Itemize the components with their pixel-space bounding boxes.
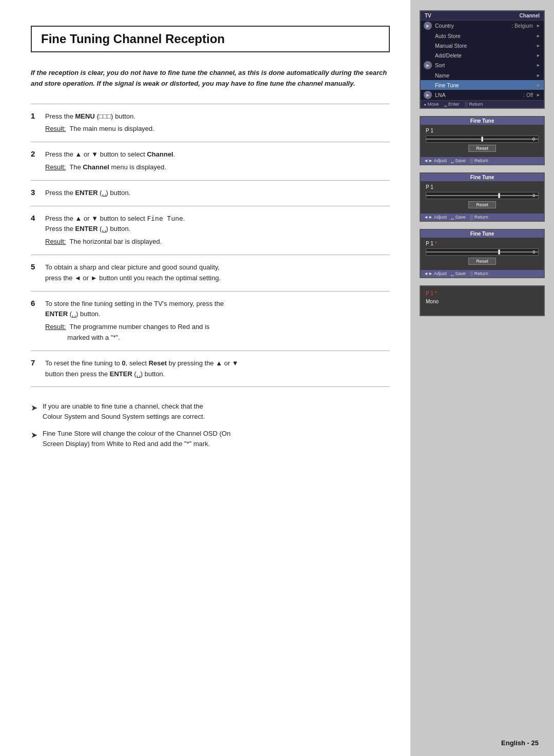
table-row: 7 To reset the fine tuning to 0, select … <box>31 351 390 387</box>
footer-move: ⬥ Move <box>424 102 439 107</box>
fine-tune-channel: P 1 * <box>426 241 539 246</box>
page-footer: English - 25 <box>501 739 539 747</box>
step-content: To reset the fine tuning to 0, select Re… <box>45 351 390 387</box>
footer-save: ␣ Save <box>451 271 466 276</box>
reset-button[interactable]: Reset <box>468 145 496 152</box>
fine-tune-body: P 1 0 Reset <box>421 125 544 157</box>
step-content: To obtain a sharp and clear picture and … <box>45 255 390 291</box>
step-number: 4 <box>31 206 45 255</box>
fine-tune-value: 0 <box>532 137 535 142</box>
step-content: Press the ▲ or ▼ button to select Fine T… <box>45 206 390 255</box>
menu-label: Fine Tune <box>435 82 533 88</box>
menu-icon-sort: ▶ <box>424 61 432 69</box>
fine-tune-value: 3 <box>532 249 535 255</box>
step-number: 3 <box>31 180 45 206</box>
footer-return: ░ Return <box>470 158 488 163</box>
fine-tune-body: P 1 * 3 Reset <box>421 238 544 270</box>
tv-menu-row-adddelete: Add/Delete ► <box>421 50 544 60</box>
slider-track <box>426 195 538 196</box>
table-row: 2 Press the ▲ or ▼ button to select Chan… <box>31 142 390 181</box>
footer-return: ░ Return <box>465 102 483 107</box>
arrow-right-icon: ► <box>536 63 541 68</box>
arrow-right-icon: ► <box>536 43 541 48</box>
p1-screen-text: P 1 * Mono <box>426 289 539 306</box>
arrow-right-icon: ► <box>536 83 541 88</box>
footer-save: ␣ Save <box>451 158 466 163</box>
menu-label: Add/Delete <box>435 52 533 59</box>
table-row: 3 Press the ENTER (␣) button. <box>31 180 390 206</box>
notes-section: ➤ If you are unable to fine tune a chann… <box>31 401 390 449</box>
p1-star-label: P 1 * <box>426 290 437 296</box>
fine-tune-header: Fine Tune <box>421 117 544 125</box>
slider-thumb <box>498 249 500 255</box>
tv-menu-row-finetune: Fine Tune ► <box>421 80 544 90</box>
fine-tune-channel: P 1 <box>426 184 539 190</box>
result-label: Result: <box>45 323 66 331</box>
menu-label: Manual Store <box>435 43 533 49</box>
footer-save: ␣ Save <box>451 215 466 220</box>
menu-icon-country: ▶ <box>424 22 432 30</box>
menu-label: Auto Store <box>435 33 533 39</box>
tv-screen-footer: ⬥ Move ␣ Enter ░ Return <box>421 100 544 108</box>
step-content: Press the ▲ or ▼ button to select Channe… <box>45 142 390 181</box>
fine-tune-header: Fine Tune <box>421 230 544 238</box>
menu-label: Sort <box>435 62 533 68</box>
step-content: Press the MENU (□□□) button. Result: The… <box>45 104 390 142</box>
fine-tune-screen-1: Fine Tune P 1 0 Reset ◄► Adjust ␣ Save ░… <box>420 116 545 165</box>
reset-button[interactable]: Reset <box>468 258 496 265</box>
footer-adjust: ◄► Adjust <box>424 271 447 276</box>
menu-icon-lna: ▶ <box>424 91 432 99</box>
step-number: 2 <box>31 142 45 181</box>
note-item: ➤ If you are unable to fine tune a chann… <box>31 401 390 422</box>
fine-tune-footer: ◄► Adjust ␣ Save ░ Return <box>421 157 544 164</box>
arrow-right-icon: ► <box>536 73 541 78</box>
step-number: 6 <box>31 291 45 351</box>
tv-menu-row-lna: ▶ LNA : Off ► <box>421 90 544 100</box>
fine-tune-channel: P 1 <box>426 128 539 133</box>
menu-value: : Belgium <box>511 23 533 29</box>
slider-track <box>426 251 538 253</box>
tv-menu-screen: TV Channel ▶ Country : Belgium ► Auto St… <box>420 10 545 109</box>
footer-adjust: ◄► Adjust <box>424 158 447 163</box>
result-label: Result: <box>45 125 66 132</box>
footer-enter: ␣ Enter <box>444 102 460 107</box>
footer-adjust: ◄► Adjust <box>424 215 447 220</box>
note-arrow-icon: ➤ <box>31 402 37 415</box>
table-row: 4 Press the ▲ or ▼ button to select Fine… <box>31 206 390 255</box>
p1-mono-screen: P 1 * Mono <box>420 285 545 316</box>
page-title: Fine Tuning Channel Reception <box>41 32 225 46</box>
menu-label: Name <box>435 72 533 79</box>
slider-thumb <box>498 193 500 198</box>
menu-value: : Off <box>523 92 533 98</box>
step-number: 1 <box>31 104 45 142</box>
fine-tune-slider: 0 <box>426 135 539 143</box>
tv-screen-header: TV Channel <box>421 11 544 21</box>
result-label: Result: <box>45 163 66 171</box>
step-content: To store the fine tuning setting in the … <box>45 291 390 351</box>
arrow-right-icon: ► <box>536 23 541 28</box>
note-arrow-icon: ➤ <box>31 429 37 442</box>
arrow-right-icon: ► <box>536 33 541 38</box>
fine-tune-header: Fine Tune <box>421 173 544 181</box>
footer-return: ░ Return <box>470 271 488 276</box>
channel-label: Channel <box>520 13 540 18</box>
footer-return: ░ Return <box>470 215 488 220</box>
table-row: 5 To obtain a sharp and clear picture an… <box>31 255 390 291</box>
steps-table: 1 Press the MENU (□□□) button. Result: T… <box>31 104 390 387</box>
fine-tune-footer: ◄► Adjust ␣ Save ░ Return <box>421 214 544 221</box>
arrow-right-icon: ► <box>536 92 541 98</box>
p1-mono-label: Mono <box>426 299 439 304</box>
tv-menu-row-manualstore: Manual Store ► <box>421 41 544 50</box>
arrow-right-icon: ► <box>536 53 541 58</box>
right-panel: TV Channel ▶ Country : Belgium ► Auto St… <box>410 0 554 756</box>
intro-text: If the reception is clear, you do not ha… <box>31 68 390 89</box>
reset-button[interactable]: Reset <box>468 201 496 208</box>
fine-tune-footer: ◄► Adjust ␣ Save ░ Return <box>421 270 544 277</box>
tv-menu-row-autostore: Auto Store ► <box>421 31 544 41</box>
note-item: ➤ Fine Tune Store will change the colour… <box>31 429 390 449</box>
tv-label: TV <box>425 13 431 18</box>
fine-tune-value: 3 <box>532 193 535 198</box>
tv-menu-row-country: ▶ Country : Belgium ► <box>421 21 544 31</box>
tv-menu-row-name: Name ► <box>421 70 544 80</box>
step-number: 5 <box>31 255 45 291</box>
